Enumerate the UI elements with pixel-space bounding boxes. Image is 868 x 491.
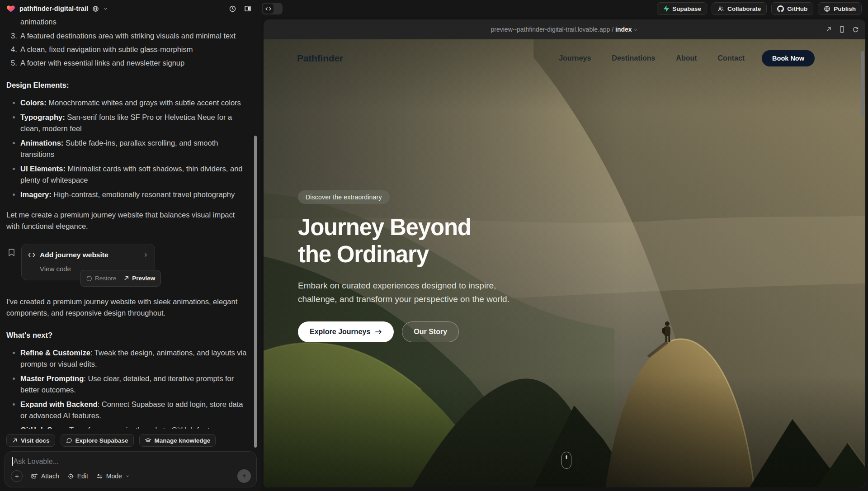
chip-label: Explore Supabase bbox=[75, 437, 128, 444]
bullet-label: Colors: bbox=[20, 99, 47, 107]
explore-supabase-chip[interactable]: Explore Supabase bbox=[61, 434, 134, 447]
hero-heading-line2: the Ordinary bbox=[298, 241, 429, 267]
cta-primary-label: Explore Journeys bbox=[310, 328, 370, 336]
chip-label: Manage knowledge bbox=[155, 437, 211, 444]
hero-subtitle: Embark on curated experiences designed t… bbox=[298, 279, 515, 306]
preview-label: Preview bbox=[132, 273, 155, 284]
chip-label: Visit docs bbox=[21, 437, 50, 444]
site-scrollbar[interactable] bbox=[861, 51, 864, 116]
bullet-label: GitHub Sync bbox=[20, 426, 65, 429]
bullet-label: Master Prompting bbox=[20, 374, 84, 382]
collaborate-button[interactable]: Collaborate bbox=[712, 2, 767, 15]
restore-label: Restore bbox=[95, 273, 116, 284]
chevron-right-icon bbox=[143, 252, 148, 258]
hero-content: Discover the extraordinary Journey Beyon… bbox=[298, 190, 560, 342]
assistant-paragraph: I've created a premium journey website w… bbox=[6, 296, 247, 319]
list-text: A featured destinations area with striki… bbox=[20, 30, 236, 42]
bullet-label: Expand with Backend bbox=[20, 400, 98, 408]
bullet-label: Refine & Customize bbox=[20, 349, 90, 357]
preview-button[interactable]: Preview bbox=[123, 273, 155, 284]
nav-link-contact[interactable]: Contact bbox=[718, 54, 745, 62]
bullet-dot bbox=[13, 352, 15, 354]
bullet-label: UI Elements: bbox=[20, 165, 66, 173]
nav-link-destinations[interactable]: Destinations bbox=[612, 54, 655, 62]
project-name: pathfinder-digital-trail bbox=[19, 5, 88, 12]
text-caret bbox=[12, 457, 13, 466]
mode-selector[interactable]: Mode bbox=[96, 472, 130, 480]
partial-list-line: animations bbox=[20, 17, 247, 28]
tool-card-title: Add journey website bbox=[40, 249, 138, 260]
visit-docs-chip[interactable]: Visit docs bbox=[6, 434, 55, 447]
hero-heading: Journey Beyond the Ordinary bbox=[298, 214, 560, 268]
lovable-heart-logo bbox=[6, 4, 15, 13]
code-view-segment[interactable] bbox=[263, 4, 274, 14]
globe-status-icon bbox=[92, 5, 99, 12]
nav-link-about[interactable]: About bbox=[676, 54, 697, 62]
code-preview-toggle[interactable] bbox=[262, 3, 283, 14]
supabase-button[interactable]: Supabase bbox=[657, 2, 707, 15]
list-item: 3.A featured destinations area with stri… bbox=[6, 30, 247, 42]
list-item: Imagery: High-contrast, emotionally reso… bbox=[6, 189, 247, 200]
supabase-label: Supabase bbox=[672, 5, 701, 12]
preview-toolbar: preview--pathfinder-digital-trail.lovabl… bbox=[264, 19, 865, 39]
bullet-dot bbox=[13, 102, 15, 104]
url-separator: / bbox=[610, 26, 615, 33]
manage-knowledge-chip[interactable]: Manage knowledge bbox=[139, 434, 216, 447]
list-item: UI Elements: Minimalist cards with soft … bbox=[6, 163, 247, 186]
whats-next-heading: What's next? bbox=[6, 330, 247, 341]
composer: Ask Lovable... Attach Edit bbox=[5, 451, 257, 487]
people-icon bbox=[717, 5, 724, 12]
edit-label: Edit bbox=[77, 472, 88, 480]
site-logo[interactable]: Pathfinder bbox=[297, 53, 343, 64]
attach-label: Attach bbox=[41, 472, 59, 480]
numbered-list: 3.A featured destinations area with stri… bbox=[6, 30, 247, 69]
list-number: 3. bbox=[6, 30, 20, 42]
refresh-icon[interactable] bbox=[852, 26, 859, 33]
our-story-button[interactable]: Our Story bbox=[402, 321, 459, 342]
list-item: GitHub Sync: Transfer your project's cod… bbox=[6, 425, 247, 429]
suggestion-chips: Visit docs Explore Supabase Manage knowl… bbox=[6, 434, 216, 447]
github-button[interactable]: GitHub bbox=[771, 2, 813, 15]
list-item: Expand with Backend: Connect Supabase to… bbox=[6, 399, 247, 421]
bullet-dot bbox=[13, 403, 15, 406]
send-button[interactable] bbox=[237, 469, 251, 483]
restore-button[interactable]: Restore bbox=[86, 273, 116, 284]
bookmark-icon[interactable] bbox=[8, 248, 15, 257]
version-action-bar: Restore Preview bbox=[80, 270, 161, 287]
open-external-icon[interactable] bbox=[826, 26, 832, 33]
tool-call-row: Add journey website View code Restore bbox=[8, 244, 247, 287]
list-item: Animations: Subtle fade-ins, parallax sc… bbox=[6, 137, 247, 160]
attach-button[interactable]: Attach bbox=[31, 472, 59, 480]
list-item: 4.A clean, fixed navigation with subtle … bbox=[6, 44, 247, 55]
publish-button[interactable]: Publish bbox=[818, 2, 862, 15]
bullet-label: Typography: bbox=[20, 113, 65, 121]
explore-journeys-button[interactable]: Explore Journeys bbox=[298, 321, 394, 342]
input-placeholder: Ask Lovable... bbox=[14, 458, 59, 465]
scroll-wheel-dot bbox=[566, 455, 567, 459]
list-item: Colors: Monochromatic whites and grays w… bbox=[6, 97, 247, 109]
add-button[interactable] bbox=[11, 470, 23, 482]
chat-input[interactable]: Ask Lovable... bbox=[12, 457, 250, 466]
mobile-view-icon[interactable] bbox=[839, 26, 845, 33]
bullet-dot bbox=[13, 168, 15, 170]
history-button[interactable] bbox=[229, 5, 236, 13]
edit-button[interactable]: Edit bbox=[67, 472, 88, 480]
list-number: 4. bbox=[6, 44, 20, 55]
book-now-button[interactable]: Book Now bbox=[762, 50, 815, 66]
nav-link-journeys[interactable]: Journeys bbox=[559, 54, 591, 62]
list-text: A footer with essential links and newsle… bbox=[20, 57, 184, 69]
panel-layout-button[interactable] bbox=[244, 5, 252, 13]
hero-heading-line1: Journey Beyond bbox=[298, 214, 471, 240]
bullet-text: High-contrast, emotionally resonant trav… bbox=[52, 190, 235, 198]
preview-page[interactable]: index bbox=[615, 26, 632, 33]
chevron-down-icon bbox=[633, 28, 638, 32]
preview-url[interactable]: preview--pathfinder-digital-trail.lovabl… bbox=[264, 26, 865, 33]
bullet-dot bbox=[13, 116, 15, 118]
mode-label: Mode bbox=[106, 472, 122, 480]
assistant-paragraph: Let me create a premium journey website … bbox=[6, 209, 247, 232]
chat-message-area[interactable]: animations 3.A featured destinations are… bbox=[0, 17, 255, 429]
chat-scrollbar[interactable] bbox=[254, 136, 257, 448]
github-icon bbox=[777, 5, 784, 12]
list-text: A clean, fixed navigation with subtle gl… bbox=[20, 44, 193, 55]
project-menu[interactable]: pathfinder-digital-trail bbox=[0, 4, 108, 13]
